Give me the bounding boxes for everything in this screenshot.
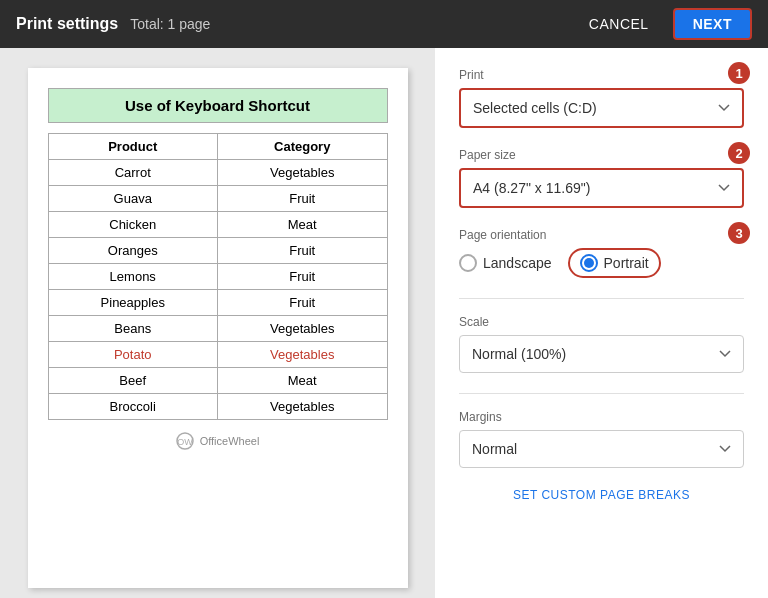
table-row: BroccoliVegetables xyxy=(48,394,387,420)
cell-product: Guava xyxy=(48,186,217,212)
margins-select[interactable]: Normal xyxy=(459,430,744,468)
print-section: Print Selected cells (C:D) 1 xyxy=(459,68,744,128)
cell-category: Vegetables xyxy=(217,394,387,420)
settings-panel: Print Selected cells (C:D) 1 Paper size … xyxy=(435,48,768,598)
header: Print settings Total: 1 page CANCEL NEXT… xyxy=(0,0,768,48)
table-header-row: Product Category xyxy=(48,134,387,160)
badge-2: 2 xyxy=(728,142,750,164)
cell-product: Oranges xyxy=(48,238,217,264)
main-content: Use of Keyboard Shortcut Product Categor… xyxy=(0,48,768,598)
cell-product: Carrot xyxy=(48,160,217,186)
watermark: OW OfficeWheel xyxy=(48,432,388,450)
table-row: BeansVegetables xyxy=(48,316,387,342)
cell-category: Fruit xyxy=(217,264,387,290)
print-select[interactable]: Selected cells (C:D) xyxy=(459,88,744,128)
cell-category: Meat xyxy=(217,212,387,238)
scale-section: Scale Normal (100%) xyxy=(459,315,744,373)
table-row: ChickenMeat xyxy=(48,212,387,238)
app-title: Print settings xyxy=(16,15,118,33)
cell-category: Vegetables xyxy=(217,160,387,186)
paper-section: Paper size A4 (8.27" x 11.69") 2 xyxy=(459,148,744,208)
cell-category: Fruit xyxy=(217,186,387,212)
cell-product: Broccoli xyxy=(48,394,217,420)
table-row: OrangesFruit xyxy=(48,238,387,264)
cell-product: Chicken xyxy=(48,212,217,238)
data-table: Product Category CarrotVegetablesGuavaFr… xyxy=(48,133,388,420)
cell-product: Pineapples xyxy=(48,290,217,316)
divider-2 xyxy=(459,393,744,394)
custom-page-breaks-link[interactable]: SET CUSTOM PAGE BREAKS xyxy=(459,488,744,502)
print-label: Print xyxy=(459,68,744,82)
margins-label: Margins xyxy=(459,410,744,424)
cell-product: Potato xyxy=(48,342,217,368)
portrait-radio[interactable] xyxy=(580,254,598,272)
next-button-wrapper: NEXT 4 xyxy=(673,8,752,40)
cell-category: Vegetables xyxy=(217,342,387,368)
preview-panel: Use of Keyboard Shortcut Product Categor… xyxy=(0,48,435,598)
table-row: LemonsFruit xyxy=(48,264,387,290)
table-row: PotatoVegetables xyxy=(48,342,387,368)
badge-1: 1 xyxy=(728,62,750,84)
cell-product: Lemons xyxy=(48,264,217,290)
watermark-icon: OW xyxy=(176,432,194,450)
cell-product: Beans xyxy=(48,316,217,342)
cell-category: Fruit xyxy=(217,238,387,264)
table-row: BeefMeat xyxy=(48,368,387,394)
cell-category: Vegetables xyxy=(217,316,387,342)
col-category: Category xyxy=(217,134,387,160)
paper-select[interactable]: A4 (8.27" x 11.69") xyxy=(459,168,744,208)
table-row: PineapplesFruit xyxy=(48,290,387,316)
col-product: Product xyxy=(48,134,217,160)
watermark-text: OfficeWheel xyxy=(200,435,260,447)
scale-label: Scale xyxy=(459,315,744,329)
table-row: CarrotVegetables xyxy=(48,160,387,186)
scale-select[interactable]: Normal (100%) xyxy=(459,335,744,373)
cancel-button[interactable]: CANCEL xyxy=(577,10,661,38)
portrait-label: Portrait xyxy=(604,255,649,271)
orientation-label: Page orientation xyxy=(459,228,744,242)
landscape-label: Landscape xyxy=(483,255,552,271)
sheet-title: Use of Keyboard Shortcut xyxy=(48,88,388,123)
paper-label: Paper size xyxy=(459,148,744,162)
table-row: GuavaFruit xyxy=(48,186,387,212)
next-button[interactable]: NEXT xyxy=(673,8,752,40)
orientation-options: Landscape Portrait xyxy=(459,248,744,278)
badge-3: 3 xyxy=(728,222,750,244)
orientation-section: Page orientation Landscape Portrait 3 xyxy=(459,228,744,278)
landscape-option[interactable]: Landscape xyxy=(459,254,552,272)
page-count: Total: 1 page xyxy=(130,16,210,32)
portrait-option[interactable]: Portrait xyxy=(568,248,661,278)
cell-product: Beef xyxy=(48,368,217,394)
sheet-preview: Use of Keyboard Shortcut Product Categor… xyxy=(28,68,408,588)
cell-category: Fruit xyxy=(217,290,387,316)
svg-text:OW: OW xyxy=(177,437,193,447)
cell-category: Meat xyxy=(217,368,387,394)
divider-1 xyxy=(459,298,744,299)
margins-section: Margins Normal xyxy=(459,410,744,468)
landscape-radio[interactable] xyxy=(459,254,477,272)
